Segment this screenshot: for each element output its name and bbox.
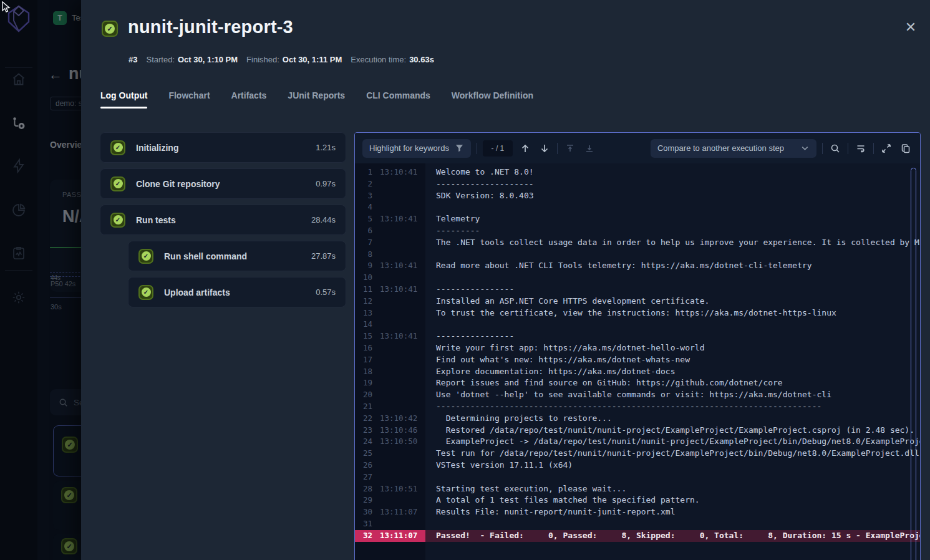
log-line-7: 7The .NET tools collect usage data in or… [355,237,920,249]
log-output: 113:10:41Welcome to .NET 8.0!2----------… [355,163,920,560]
line-number: 31 [355,518,372,530]
log-line-28: 2813:10:51Starting test execution, pleas… [355,483,920,495]
step-upload-artifacts[interactable]: ✓Upload artifacts0.57s [128,277,346,307]
step-duration: 27.87s [311,251,336,261]
line-number: 32 [355,530,372,542]
log-line-17: 17Find out what's new: https://aka.ms/do… [355,354,920,366]
line-text: ---------------- [425,331,920,342]
line-timestamp: 13:10:51 [380,483,424,495]
next-match-button[interactable] [538,142,551,155]
line-timestamp: 13:10:41 [380,284,424,296]
step-success-icon: ✓ [110,176,125,191]
log-line-12: 12Installed an ASP.NET Core HTTPS develo… [355,296,920,307]
line-number: 14 [355,319,372,331]
scroll-top-icon[interactable] [563,142,577,155]
copy-icon[interactable] [899,142,913,155]
line-timestamp: 13:11:07 [380,506,424,518]
step-clone-git-repository[interactable]: ✓Clone Git repository0.97s [100,168,346,199]
log-line-25: 25Test run for /data/repo/test/nunit/nun… [355,448,920,460]
line-timestamp [380,249,424,261]
tab-workflow-definition[interactable]: Workflow Definition [452,90,533,109]
search-match-counter: - / 1 [483,140,513,157]
highlight-keywords-button[interactable]: Highlight for keywords [362,139,471,158]
status-success-icon: ✓ [102,21,118,37]
line-timestamp: 13:10:46 [380,425,424,437]
wrap-text-icon[interactable] [854,142,868,155]
line-text: The .NET tools collect usage data in ord… [425,237,920,249]
step-run-tests[interactable]: ✓Run tests28.44s [100,205,346,235]
log-scrollbar-thumb[interactable] [911,168,916,560]
log-line-4: 4 [355,201,920,213]
line-text: -------------------- [425,178,920,190]
tab-cli-commands[interactable]: CLI Commands [366,90,430,109]
log-line-24: 2413:10:50 ExampleProject -> /data/repo/… [355,436,920,448]
line-timestamp [380,201,424,213]
compare-step-dropdown[interactable]: Compare to another execution step [651,139,816,158]
modal-title: nunit-junit-report-3 [128,17,293,37]
line-timestamp [380,342,424,354]
step-run-shell-command[interactable]: ✓Run shell command27.87s [128,241,346,271]
filter-icon [455,143,464,153]
line-text: Find out what's new: https://aka.ms/dotn… [425,354,920,366]
line-number: 28 [355,483,372,495]
mouse-cursor [1,1,12,12]
log-line-31: 31 [355,518,920,530]
line-number: 15 [355,331,372,342]
log-line-3: 3SDK Version: 8.0.403 [355,190,920,202]
log-line-9: 913:10:41Read more about .NET CLI Tools … [355,260,920,272]
chevron-down-icon [800,143,810,153]
line-timestamp [380,296,424,307]
line-number: 5 [355,213,372,225]
log-line-19: 19Report issues and find source on GitHu… [355,377,920,389]
line-number: 18 [355,366,372,378]
step-label: Upload artifacts [164,287,305,297]
line-timestamp [380,518,424,530]
line-text: VSTest version 17.11.1 (x64) [425,460,920,471]
line-text: ---------------- [425,284,920,296]
log-line-27: 27 [355,471,920,483]
line-text: Installed an ASP.NET Core HTTPS developm… [425,296,920,307]
line-text [425,319,920,331]
log-line-21: 21--------------------------------------… [355,401,920,413]
line-text: ----------------------------------------… [425,401,920,413]
log-line-18: 18Explore documentation: https://aka.ms/… [355,366,920,378]
scroll-bottom-icon[interactable] [583,142,596,155]
search-icon[interactable] [828,142,842,155]
log-line-15: 1513:10:41---------------- [355,331,920,342]
line-text [425,518,920,530]
close-icon[interactable]: ✕ [903,20,918,35]
line-timestamp [380,389,424,401]
line-timestamp [380,448,424,460]
log-line-10: 10 [355,272,920,284]
line-text: Telemetry [425,213,920,225]
tab-artifacts[interactable]: Artifacts [231,90,267,109]
log-line-14: 14 [355,319,920,331]
line-text: SDK Version: 8.0.403 [425,190,920,202]
line-timestamp [380,471,424,483]
tab-junit-reports[interactable]: JUnit Reports [288,90,345,109]
compare-step-label: Compare to another execution step [657,143,784,153]
line-timestamp [380,272,424,284]
line-number: 27 [355,471,372,483]
line-timestamp [380,319,424,331]
line-timestamp [380,225,424,237]
log-line-30: 3013:11:07Results File: nunit-report/nun… [355,506,920,518]
line-timestamp: 13:10:50 [380,436,424,448]
step-initializing[interactable]: ✓Initializing1.21s [100,132,346,163]
line-number: 12 [355,296,372,307]
line-text: Restored /data/repo/test/nunit/nunit-pro… [425,425,920,437]
line-number: 16 [355,342,372,354]
tabs: Log OutputFlowchartArtifactsJUnit Report… [100,90,533,109]
line-timestamp [380,377,424,389]
tab-flowchart[interactable]: Flowchart [168,90,210,109]
line-text: Report issues and find source on GitHub:… [425,377,920,389]
previous-match-button[interactable] [518,142,532,155]
tab-log-output[interactable]: Log Output [100,90,147,109]
line-text: Determining projects to restore... [425,413,920,425]
log-line-32: 3213:11:07Passed! - Failed: 0, Passed: 8… [355,530,920,542]
line-text: Read more about .NET CLI Tools telemetry… [425,260,920,272]
expand-icon[interactable] [879,142,893,155]
line-number: 8 [355,249,372,261]
line-text [425,249,920,261]
highlight-keywords-label: Highlight for keywords [369,143,449,153]
